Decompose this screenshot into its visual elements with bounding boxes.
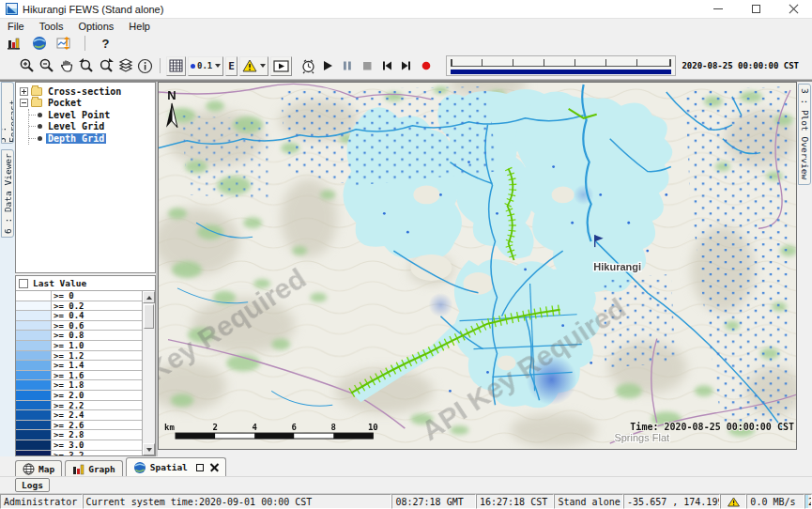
status-memory: 2.5 GB — [804, 494, 812, 509]
classification-value-dropdown[interactable]: 0.1 — [188, 56, 223, 76]
scroll-down-icon[interactable] — [143, 443, 155, 455]
left-panel: Cross-section Pocket Level Point Level G… — [15, 82, 158, 456]
pause-button[interactable] — [338, 56, 358, 75]
legend-swatch — [16, 371, 52, 380]
zoom-next-icon[interactable] — [96, 56, 115, 75]
bullet-icon — [38, 113, 42, 117]
tab-forecast[interactable]: 5 : Forecast — [1, 82, 14, 144]
record-button[interactable] — [417, 56, 437, 75]
map-time-caption: Time: 2020-08-25 00:00:00 CST — [630, 422, 794, 432]
step-back-button[interactable] — [377, 56, 397, 75]
folder-icon — [31, 87, 42, 96]
tab-plot-overview[interactable]: 3 : Plot Overview — [798, 84, 811, 185]
legend-swatch — [16, 421, 52, 430]
tree-node-label: Level Point — [46, 110, 112, 120]
menu-file[interactable]: File — [0, 20, 32, 33]
svg-text:N: N — [167, 88, 176, 102]
legend-swatch — [16, 351, 52, 361]
legend-row: >= 2.4 — [16, 410, 142, 421]
tree-node-level-grid[interactable]: Level Grid — [29, 121, 155, 133]
main-area: 5 : Forecast 6 : Data Viewer Cross-secti… — [0, 80, 812, 456]
warnings-dropdown[interactable] — [239, 56, 268, 76]
svg-text:10: 10 — [368, 423, 378, 432]
scrollbar-thumb[interactable] — [144, 304, 154, 329]
menu-options[interactable]: Options — [70, 20, 121, 33]
panel-close-icon[interactable] — [210, 463, 219, 471]
map-panel: API Key Required API Key Required Hikura… — [158, 82, 797, 456]
status-bar: Administrator Current system time:2020-0… — [0, 493, 812, 509]
scroll-up-icon[interactable] — [143, 291, 155, 303]
bullet-icon — [38, 136, 42, 141]
grid-display-button[interactable] — [166, 56, 186, 76]
svg-text:4: 4 — [252, 423, 256, 432]
tab-map[interactable]: Map — [15, 460, 62, 476]
pan-hand-icon[interactable] — [56, 56, 76, 75]
bullet-icon — [38, 124, 42, 129]
tab-data-viewer[interactable]: 6 : Data Viewer — [1, 149, 14, 238]
play-button[interactable] — [318, 56, 338, 75]
animation-timer-icon[interactable] — [299, 56, 318, 75]
time-slider-range-bar — [451, 69, 671, 74]
stop-button[interactable] — [358, 56, 377, 75]
zoom-in-icon[interactable] — [17, 56, 37, 75]
help-button[interactable]: ? — [96, 34, 115, 53]
menu-tools[interactable]: Tools — [32, 20, 71, 33]
legend-swatch — [16, 410, 52, 420]
step-forward-button[interactable] — [397, 56, 417, 75]
legend-row: >= 0.6 — [16, 321, 142, 332]
classification-value: 0.1 — [197, 61, 212, 70]
panel-maximize-icon[interactable] — [196, 464, 204, 471]
legend-scrollbar[interactable] — [143, 291, 155, 455]
toolbar-separator — [160, 58, 161, 73]
map-canvas[interactable]: API Key Required API Key Required Hikura… — [159, 83, 796, 449]
tree-node-label: Pocket — [46, 98, 84, 108]
explorer-barchart-icon[interactable] — [4, 34, 23, 53]
legend-row: >= 1.0 — [16, 341, 142, 351]
logs-button[interactable]: Logs — [15, 478, 50, 492]
animation-panel-button[interactable] — [270, 56, 292, 76]
warning-icon — [242, 59, 257, 72]
legend-row: >= 0.8 — [16, 331, 142, 341]
zoom-out-icon[interactable] — [37, 56, 56, 75]
legend-row: >= 0.2 — [16, 301, 142, 312]
timeseries-edit-icon[interactable] — [54, 34, 74, 53]
application-window: Hikurangi FEWS (Stand alone) File Tools … — [0, 0, 812, 509]
tree-node-depth-grid[interactable]: Depth Grid — [29, 132, 155, 145]
time-slider[interactable] — [446, 55, 676, 76]
layers-icon[interactable] — [115, 56, 135, 75]
status-coordinates: -35.657 , 174.199 — [623, 494, 720, 509]
tree-node-level-point[interactable]: Level Point — [29, 109, 155, 121]
left-tab-strip: 5 : Forecast 6 : Data Viewer — [0, 82, 15, 456]
status-system-time: Current system time:2020-09-01 00:00 CST — [83, 494, 392, 509]
chevron-down-icon — [260, 64, 266, 68]
legend-row: >= 1.6 — [16, 371, 142, 381]
warning-icon — [728, 497, 740, 507]
maximize-button[interactable] — [737, 0, 774, 18]
title-bar: Hikurangi FEWS (Stand alone) — [0, 0, 812, 19]
tab-graph[interactable]: Graph — [65, 460, 123, 476]
collapse-minus-icon[interactable] — [20, 99, 28, 107]
minimize-icon — [713, 8, 723, 9]
tab-spatial[interactable]: Spatial — [126, 457, 226, 476]
tree-node-pocket[interactable]: Pocket — [20, 98, 155, 110]
toolbar-separator — [84, 36, 85, 51]
legend-swatch — [16, 361, 52, 370]
labels-toggle-button[interactable]: E — [225, 56, 237, 76]
minimize-button[interactable] — [699, 0, 737, 18]
app-logo-icon — [6, 3, 18, 15]
status-mode: Stand alone — [554, 494, 623, 509]
legend-row: >= 1.4 — [16, 361, 142, 371]
globe-icon[interactable] — [29, 34, 49, 53]
expand-plus-icon[interactable] — [20, 87, 28, 96]
status-warning[interactable] — [720, 494, 746, 509]
close-button[interactable] — [774, 0, 812, 18]
tree-node-cross-section[interactable]: Cross-section — [20, 85, 155, 98]
zoom-previous-icon[interactable] — [76, 56, 96, 75]
menu-help[interactable]: Help — [121, 20, 158, 33]
info-icon[interactable] — [135, 56, 155, 75]
legend-swatch — [16, 430, 52, 440]
last-value-checkbox[interactable] — [19, 279, 28, 288]
wire-globe-icon — [23, 463, 35, 475]
close-icon — [789, 5, 798, 14]
logs-row: Logs — [0, 476, 812, 493]
